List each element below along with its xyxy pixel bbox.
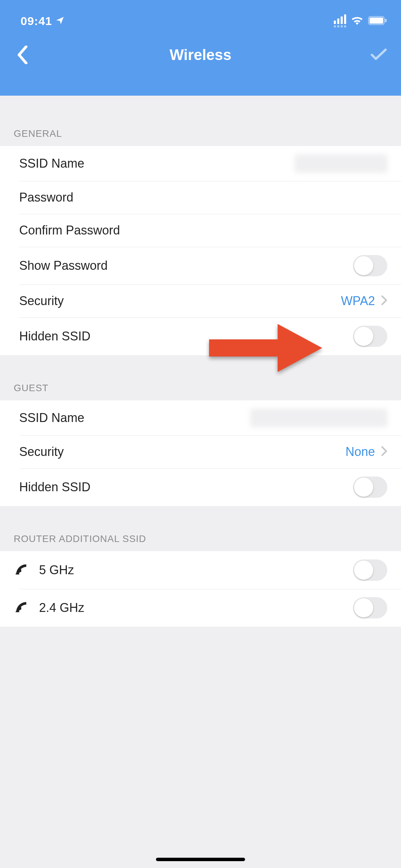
row-confirm-password[interactable]: Confirm Password	[0, 214, 401, 247]
section-header-guest: GUEST	[0, 355, 401, 400]
group-general: SSID Name Password Confirm Password Show…	[0, 146, 401, 355]
row-guest-security[interactable]: Security None	[0, 435, 401, 468]
hidden-ssid-toggle[interactable]	[353, 326, 387, 347]
band-5ghz-label: 5 GHz	[39, 563, 353, 577]
status-left: 09:41	[21, 14, 64, 28]
guest-security-label: Security	[19, 445, 345, 459]
row-ssid-name[interactable]: SSID Name	[0, 146, 401, 181]
show-password-toggle[interactable]	[353, 255, 387, 276]
chevron-right-icon	[381, 446, 387, 458]
row-password[interactable]: Password	[0, 181, 401, 214]
location-icon	[56, 14, 64, 28]
security-value: WPA2	[341, 294, 375, 308]
wifi-band-icon	[14, 562, 29, 578]
section-header-router-additional: ROUTER ADDITIONAL SSID	[0, 506, 401, 551]
row-security[interactable]: Security WPA2	[0, 285, 401, 317]
app-header: 09:41 Wireless	[0, 0, 401, 96]
guest-hidden-ssid-label: Hidden SSID	[19, 480, 353, 494]
security-label: Security	[19, 294, 341, 308]
confirm-password-label: Confirm Password	[19, 223, 387, 238]
row-hidden-ssid: Hidden SSID	[0, 317, 401, 355]
ssid-name-label: SSID Name	[19, 156, 295, 171]
status-time: 09:41	[21, 14, 52, 28]
page-title: Wireless	[34, 46, 367, 63]
svg-rect-2	[385, 19, 387, 22]
guest-security-value: None	[345, 445, 375, 459]
password-label: Password	[19, 190, 387, 205]
band-24ghz-toggle[interactable]	[353, 597, 387, 618]
cellular-icon	[334, 14, 346, 27]
chevron-right-icon	[381, 295, 387, 307]
band-5ghz-toggle[interactable]	[353, 559, 387, 581]
row-5ghz: 5 GHz	[0, 551, 401, 589]
wifi-band-icon	[14, 600, 29, 616]
nav-bar: Wireless	[0, 34, 401, 75]
row-guest-ssid-name[interactable]: SSID Name	[0, 400, 401, 435]
guest-ssid-name-label: SSID Name	[19, 411, 250, 425]
confirm-button[interactable]	[367, 43, 391, 67]
status-bar: 09:41	[0, 0, 401, 34]
wifi-icon	[351, 14, 363, 28]
show-password-label: Show Password	[19, 258, 353, 273]
ssid-name-value-redacted	[295, 154, 387, 173]
section-header-general: GENERAL	[0, 96, 401, 146]
row-guest-hidden-ssid: Hidden SSID	[0, 468, 401, 506]
back-button[interactable]	[10, 43, 34, 67]
group-router-additional: 5 GHz 2.4 GHz	[0, 551, 401, 627]
home-indicator	[156, 858, 245, 861]
status-right	[334, 14, 387, 28]
row-show-password: Show Password	[0, 247, 401, 285]
row-24ghz: 2.4 GHz	[0, 589, 401, 627]
hidden-ssid-label: Hidden SSID	[19, 329, 353, 343]
band-24ghz-label: 2.4 GHz	[39, 601, 353, 615]
group-guest: SSID Name Security None Hidden SSID	[0, 400, 401, 506]
battery-icon	[368, 14, 387, 28]
svg-rect-1	[369, 17, 383, 24]
guest-ssid-name-value-redacted	[250, 409, 387, 427]
guest-hidden-ssid-toggle[interactable]	[353, 477, 387, 498]
